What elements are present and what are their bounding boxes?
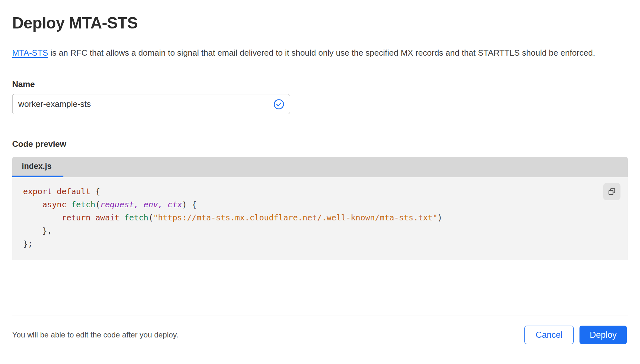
code-preview-label: Code preview xyxy=(12,139,628,149)
copy-icon xyxy=(608,187,616,196)
check-circle-icon xyxy=(273,99,284,110)
intro-text: is an RFC that allows a domain to signal… xyxy=(48,48,595,58)
deploy-note: You will be able to edit the code after … xyxy=(12,330,178,339)
footer-buttons: Cancel Deploy xyxy=(524,326,627,344)
copy-code-button[interactable] xyxy=(603,183,620,200)
page-title: Deploy MTA-STS xyxy=(12,13,628,33)
footer: You will be able to edit the code after … xyxy=(12,326,627,344)
tab-index-js[interactable]: index.js xyxy=(12,157,63,177)
code-tab-bar: index.js xyxy=(12,157,628,177)
intro-paragraph: MTA-STS is an RFC that allows a domain t… xyxy=(12,45,628,60)
code-line: }, xyxy=(23,224,628,237)
code-preview-card: index.js export default { async fetch(re… xyxy=(12,157,628,260)
cancel-button[interactable]: Cancel xyxy=(524,326,574,344)
name-input-wrap xyxy=(12,94,290,114)
code-line: export default { xyxy=(23,185,628,198)
mta-sts-link[interactable]: MTA-STS xyxy=(12,48,48,58)
code-area: export default { async fetch(request, en… xyxy=(12,177,628,260)
code-line: async fetch(request, env, ctx) { xyxy=(23,198,628,211)
name-input[interactable] xyxy=(12,94,290,114)
name-label: Name xyxy=(12,79,628,89)
deploy-button[interactable]: Deploy xyxy=(579,326,627,344)
code-line: }; xyxy=(23,237,628,250)
code-line: return await fetch("https://mta-sts.mx.c… xyxy=(23,211,628,224)
deploy-mta-sts-page: Deploy MTA-STS MTA-STS is an RFC that al… xyxy=(0,0,640,364)
footer-divider xyxy=(12,315,628,315)
code-block: export default { async fetch(request, en… xyxy=(23,185,628,250)
